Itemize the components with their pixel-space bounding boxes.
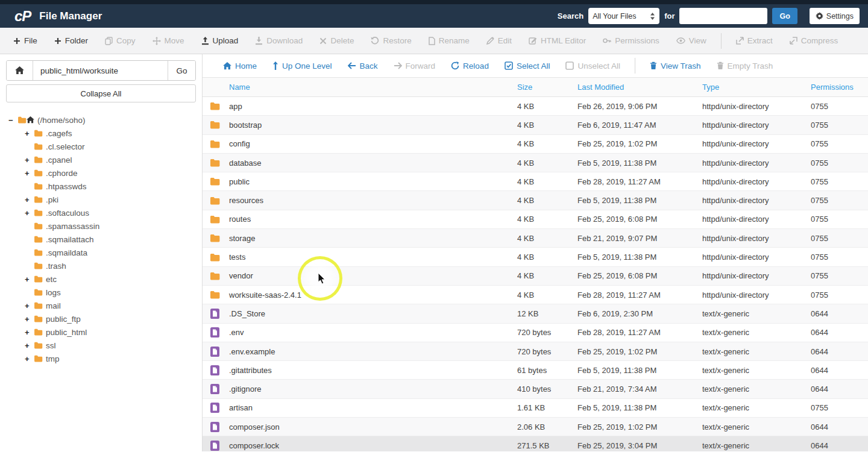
tree-toggle-icon[interactable]: + <box>25 315 34 324</box>
column-header-type[interactable]: Type <box>702 83 811 92</box>
file-row-bootstrap[interactable]: bootstrap4 KBFeb 6, 2019, 11:47 AMhttpd/… <box>203 116 868 134</box>
toolbar-delete-button[interactable]: Delete <box>312 33 361 49</box>
toolbar-download-button[interactable]: Download <box>248 33 310 49</box>
tree-item-label: .cphorde <box>46 169 78 178</box>
tree-item-etc[interactable]: +etc <box>6 272 196 286</box>
search-input[interactable] <box>679 8 767 24</box>
file-row-worksuite-saas-2-4-1[interactable]: worksuite-saas-2.4.14 KBFeb 28, 2019, 11… <box>203 286 868 304</box>
file-row--env-example[interactable]: .env.example720 bytesFeb 25, 2019, 1:02 … <box>203 342 868 361</box>
tree-toggle-icon[interactable]: + <box>25 275 34 284</box>
file-name-cell: composer.lock <box>203 441 517 451</box>
file-size: 12 KB <box>517 309 577 318</box>
file-row-tests[interactable]: tests4 KBFeb 5, 2019, 11:38 PMhttpd/unix… <box>203 248 868 266</box>
filebar-home-button[interactable]: Home <box>217 59 263 73</box>
tree-item--cpanel[interactable]: +.cpanel <box>6 153 196 166</box>
file-row-composer-lock[interactable]: composer.lock271.5 KBFeb 25, 2019, 3:04 … <box>203 436 868 451</box>
file-row-storage[interactable]: storage4 KBFeb 21, 2019, 9:07 PMhttpd/un… <box>203 229 868 248</box>
tree-toggle-icon[interactable]: + <box>25 341 34 350</box>
search-go-button[interactable]: Go <box>772 8 797 24</box>
filebar-forward-button[interactable]: Forward <box>388 59 442 73</box>
filebar-reload-button[interactable]: Reload <box>445 59 495 73</box>
tree-item--home-soho-[interactable]: −(/home/soho) <box>6 113 196 127</box>
tree-toggle-icon[interactable]: + <box>25 129 34 138</box>
column-header-last-modified[interactable]: Last Modified <box>577 83 702 92</box>
toolbar-rename-button[interactable]: Rename <box>421 33 477 49</box>
tree-item-ssl[interactable]: +ssl <box>6 339 196 352</box>
tree-item--softaculous[interactable]: +.softaculous <box>6 206 196 219</box>
tree-item--pki[interactable]: +.pki <box>6 193 196 206</box>
tree-folder-icon <box>34 169 43 177</box>
search-scope-select[interactable]: All Your Files <box>588 8 659 24</box>
reload-icon <box>451 61 459 70</box>
filebar-unselect-all-button[interactable]: Unselect All <box>559 59 626 73</box>
filebar-view-trash-button[interactable]: View Trash <box>644 59 707 73</box>
file-row--ds-store[interactable]: .DS_Store12 KBFeb 6, 2019, 2:30 PMtext/x… <box>203 304 868 323</box>
tree-toggle-icon[interactable]: + <box>25 301 34 310</box>
column-header-name[interactable]: Name <box>203 83 517 92</box>
tree-item--spamassassin[interactable]: .spamassassin <box>6 219 196 233</box>
tree-item-label: .htpasswds <box>46 182 87 191</box>
toolbar-restore-button[interactable]: Restore <box>363 33 418 49</box>
tree-toggle-icon[interactable]: + <box>25 209 34 218</box>
filebar-empty-trash-button[interactable]: Empty Trash <box>711 59 779 73</box>
toolbar-compress-button[interactable]: Compress <box>782 33 846 49</box>
file-row-public[interactable]: public4 KBFeb 28, 2019, 11:27 AMhttpd/un… <box>203 172 868 191</box>
path-go-button[interactable]: Go <box>168 61 195 80</box>
toolbar-move-button[interactable]: Move <box>145 33 192 49</box>
settings-button[interactable]: Settings <box>810 8 860 24</box>
tree-toggle-icon[interactable]: + <box>25 354 34 363</box>
tree-item--trash[interactable]: .trash <box>6 259 196 272</box>
file-row-app[interactable]: app4 KBFeb 26, 2019, 9:06 PMhttpd/unix-d… <box>203 97 868 116</box>
file-row-composer-json[interactable]: composer.json2.06 KBFeb 25, 2019, 1:02 P… <box>203 418 868 436</box>
tree-toggle-icon[interactable]: + <box>25 155 34 165</box>
toolbar-edit-button[interactable]: Edit <box>479 33 519 49</box>
tree-item-label: .sqmaildata <box>46 248 87 257</box>
toolbar-folder-button[interactable]: Folder <box>47 33 95 49</box>
file-row--gitattributes[interactable]: .gitattributes61 bytesFeb 5, 2019, 11:38… <box>203 361 868 380</box>
toolbar-extract-button[interactable]: Extract <box>729 33 780 49</box>
toolbar-upload-button[interactable]: Upload <box>194 33 246 49</box>
file-row-database[interactable]: database4 KBFeb 5, 2019, 11:38 PMhttpd/u… <box>203 154 868 172</box>
filebar-up-one-level-button[interactable]: Up One Level <box>266 59 338 73</box>
tree-item-logs[interactable]: logs <box>6 286 196 299</box>
toolbar-copy-button[interactable]: Copy <box>98 33 143 49</box>
file-modified: Feb 6, 2019, 11:47 AM <box>577 121 702 130</box>
toolbar-file-button[interactable]: File <box>6 33 45 49</box>
folder-icon <box>210 102 220 110</box>
path-input[interactable] <box>33 61 168 80</box>
tree-item-mail[interactable]: +mail <box>6 299 196 312</box>
tree-item--htpasswds[interactable]: .htpasswds <box>6 180 196 193</box>
file-row-resources[interactable]: resources4 KBFeb 5, 2019, 11:38 PMhttpd/… <box>203 191 868 210</box>
tree-item-public-html[interactable]: +public_html <box>6 325 196 339</box>
toolbar-permissions-button[interactable]: Permissions <box>596 33 667 49</box>
filebar-select-all-button[interactable]: Select All <box>498 59 556 73</box>
tree-toggle-icon[interactable]: + <box>25 328 34 337</box>
tree-item-public-ftp[interactable]: +public_ftp <box>6 312 196 325</box>
home-directory-button[interactable] <box>7 61 33 80</box>
collapse-all-button[interactable]: Collapse All <box>6 84 196 102</box>
tree-item--cagefs[interactable]: +.cagefs <box>6 127 196 140</box>
body: Go Collapse All −(/home/soho)+.cagefs.cl… <box>0 54 868 451</box>
file-row-vendor[interactable]: vendor4 KBFeb 25, 2019, 6:08 PMhttpd/uni… <box>203 267 868 286</box>
tree-toggle-icon[interactable]: + <box>25 169 34 178</box>
tree-item--cl-selector[interactable]: .cl.selector <box>6 140 196 153</box>
toolbar-html-editor-button[interactable]: HTML Editor <box>521 33 593 49</box>
column-header-permissions[interactable]: Permissions <box>811 83 868 92</box>
tree-toggle-icon[interactable]: − <box>8 116 17 125</box>
column-header-size[interactable]: Size <box>517 83 577 92</box>
tree-item-tmp[interactable]: +tmp <box>6 352 196 365</box>
filebar-back-button[interactable]: Back <box>342 59 384 73</box>
file-row-config[interactable]: config4 KBFeb 25, 2019, 1:02 PMhttpd/uni… <box>203 135 868 154</box>
compress-icon <box>790 37 797 45</box>
file-row--gitignore[interactable]: .gitignore410 bytesFeb 21, 2019, 7:34 AM… <box>203 380 868 398</box>
tree-item--sqmaildata[interactable]: .sqmaildata <box>6 246 196 259</box>
toolbar-view-button[interactable]: View <box>669 33 714 49</box>
file-row-routes[interactable]: routes4 KBFeb 25, 2019, 6:08 PMhttpd/uni… <box>203 210 868 229</box>
tree-item--sqmailattach[interactable]: .sqmailattach <box>6 233 196 246</box>
file-row-artisan[interactable]: artisan1.61 KBFeb 5, 2019, 11:38 PMtext/… <box>203 399 868 418</box>
file-modified: Feb 5, 2019, 11:38 PM <box>577 196 702 205</box>
tree-toggle-icon[interactable]: + <box>25 195 34 204</box>
file-row--env[interactable]: .env720 bytesFeb 28, 2019, 11:27 AMtext/… <box>203 324 868 342</box>
file-modified: Feb 5, 2019, 11:38 PM <box>577 159 702 168</box>
tree-item--cphorde[interactable]: +.cphorde <box>6 166 196 180</box>
